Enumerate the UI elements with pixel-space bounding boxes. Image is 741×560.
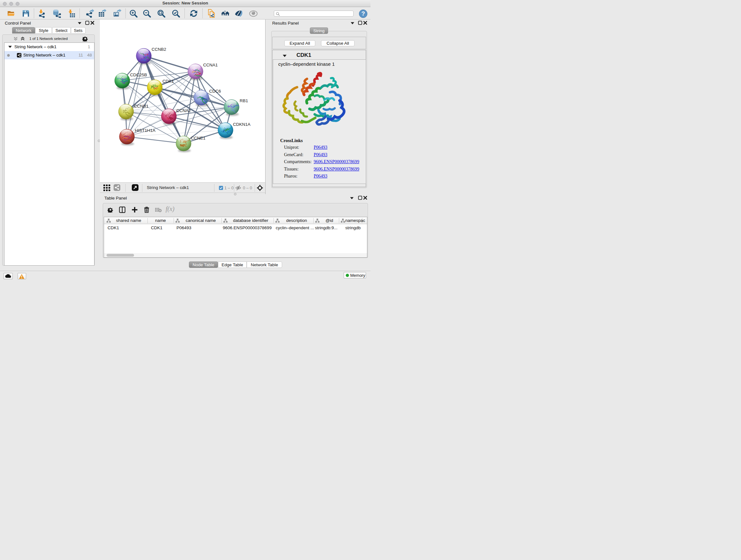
svg-text:?: ? [361,10,365,17]
svg-text:CDKN1A: CDKN1A [233,122,251,127]
svg-text:RB1: RB1 [240,98,248,103]
svg-text:HIST1H1A: HIST1H1A [135,128,156,133]
svg-text:CCNB2: CCNB2 [151,47,166,52]
svg-text:CCNB1: CCNB1 [134,104,149,109]
svg-text:CCNE1: CCNE1 [191,136,205,140]
svg-text:CDC6: CDC6 [209,89,221,94]
svg-text:CDC25B: CDC25B [130,72,147,77]
svg-text:CDK1: CDK1 [162,79,174,84]
svg-text:CCNA1: CCNA1 [203,63,218,67]
svg-text:CCNA2: CCNA2 [177,108,191,113]
